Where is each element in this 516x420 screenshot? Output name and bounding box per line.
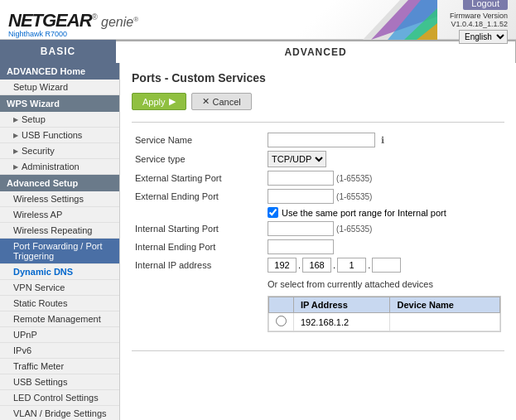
external-starting-port-input[interactable] [268,171,334,186]
device-table-header-row: IP Address Device Name [269,297,500,313]
sidebar-item-wireless-repeating[interactable]: Wireless Repeating [0,223,119,239]
device-radio-cell [269,313,294,331]
sidebar-advanced-home[interactable]: ADVANCED Home [0,63,119,80]
device-table-wrapper: IP Address Device Name 192.168.1.2 [268,296,501,332]
sidebar-item-vlan-bridge[interactable]: VLAN / Bridge Settings [0,406,119,420]
sidebar-item-ipv6[interactable]: IPv6 [0,343,119,359]
service-type-cell: TCP/UDP [264,149,504,169]
service-type-select[interactable]: TCP/UDP [268,151,326,167]
internal-ending-port-row: Internal Ending Port [132,238,504,256]
service-name-cell: ℹ [264,131,504,149]
firmware-label: Firmware Version [450,12,508,20]
sidebar-item-setup-wizard[interactable]: Setup Wizard [0,80,119,95]
sidebar-item-wireless-ap[interactable]: Wireless AP [0,207,119,223]
external-ending-port-label: External Ending Port [132,187,264,205]
sidebar-item-usb-settings[interactable]: USB Settings [0,374,119,390]
use-same-port-cell: Use the same port range for Internal por… [264,205,504,220]
ip-octet-3[interactable] [337,258,366,273]
cancel-label: Cancel [213,97,241,107]
internal-ending-port-label: Internal Ending Port [132,238,264,256]
use-same-port-row: Use the same port range for Internal por… [132,205,504,220]
internal-starting-port-cell: (1-65535) [264,220,504,238]
language-select[interactable]: English [459,30,508,44]
form-table: Service Name ℹ Service type TCP/UDP Exte… [132,131,504,334]
device-name-cell [390,313,500,331]
device-ip-cell: 192.168.1.2 [294,313,390,331]
external-ending-port-row: External Ending Port (1-65535) [132,187,504,205]
table-row: 192.168.1.2 [269,313,500,331]
use-same-port-text: Use the same port range for Internal por… [282,208,446,218]
sidebar-item-static-routes[interactable]: Static Routes [0,296,119,311]
sidebar-item-upnp[interactable]: UPnP [0,327,119,343]
internal-starting-port-row: Internal Starting Port (1-65535) [132,220,504,238]
logo-area: NETGEAR® genie® Nighthawk R7000 [8,10,138,31]
sidebar-item-usb-functions[interactable]: USB Functions [0,128,119,143]
device-table: IP Address Device Name 192.168.1.2 [268,297,500,331]
header-decoration [363,0,437,40]
sidebar-item-administration[interactable]: Administration [0,159,119,175]
external-ending-port-cell: (1-65535) [264,187,504,205]
internal-starting-port-label: Internal Starting Port [132,220,264,238]
ip-octet-2[interactable] [302,258,331,273]
port-hint-1: (1-65535) [336,174,372,183]
sidebar-item-traffic-meter[interactable]: Traffic Meter [0,359,119,374]
internal-ip-cell: . . . [264,256,504,274]
device-table-body: 192.168.1.2 [269,313,500,331]
logo-genie: genie® [101,15,138,29]
ip-octet-1[interactable] [268,258,297,273]
separator-bottom [132,350,504,351]
service-type-label: Service type [132,149,264,169]
cancel-button[interactable]: ✕ Cancel [191,93,252,110]
main-layout: ADVANCED Home Setup Wizard WPS Wizard Se… [0,63,516,420]
sidebar-item-remote-management[interactable]: Remote Management [0,311,119,327]
logo-netgear: NETGEAR® [8,10,97,31]
apply-button[interactable]: Apply ▶ [132,93,186,110]
sidebar-item-port-forwarding[interactable]: Port Forwarding / Port Triggering [0,239,119,264]
device-model: Nighthawk R7000 [8,30,67,38]
service-name-label: Service Name [132,131,264,149]
service-type-row: Service type TCP/UDP [132,149,504,169]
or-select-label-empty [132,274,264,334]
internal-ip-row: Internal IP address . . . [132,256,504,274]
use-same-port-label-container: Use the same port range for Internal por… [268,207,501,218]
content-area: Ports - Custom Services Apply ▶ ✕ Cancel… [120,63,516,420]
external-starting-port-row: External Starting Port (1-65535) [132,169,504,187]
color-triangles [363,0,437,40]
apply-arrow-icon: ▶ [169,96,176,107]
device-radio[interactable] [276,316,287,326]
external-starting-port-cell: (1-65535) [264,169,504,187]
sidebar-item-led-control[interactable]: LED Control Settings [0,390,119,406]
header-right: Logout Firmware Version V1.0.4.18_1.1.52… [450,0,508,44]
sidebar-item-wireless-settings[interactable]: Wireless Settings [0,191,119,207]
logout-button[interactable]: Logout [463,0,508,10]
internal-starting-port-input[interactable] [268,221,334,236]
ip-input-row: . . . [268,258,501,273]
page-title: Ports - Custom Services [132,71,504,84]
info-icon: ℹ [381,135,384,145]
device-table-name-header: Device Name [390,297,500,313]
port-hint-3: (1-65535) [336,224,372,234]
tab-basic[interactable]: BASIC [0,40,116,63]
service-name-input[interactable] [268,133,375,147]
internal-ending-port-cell [264,238,504,256]
ip-octet-4[interactable] [372,258,401,273]
header: NETGEAR® genie® Nighthawk R7000 Logout F… [0,0,516,40]
use-same-port-checkbox[interactable] [268,207,278,218]
apply-label: Apply [142,97,166,107]
action-bar: Apply ▶ ✕ Cancel [132,93,504,110]
sidebar-wps-wizard[interactable]: WPS Wizard [0,95,119,112]
sidebar-advanced-setup-header: Advanced Setup [0,175,119,191]
sidebar: ADVANCED Home Setup Wizard WPS Wizard Se… [0,63,120,420]
firmware-version: V1.0.4.18_1.1.52 [451,20,508,28]
cancel-x-icon: ✕ [202,96,210,107]
nav-tabs: BASIC ADVANCED [0,40,516,63]
sidebar-item-dynamic-dns[interactable]: Dynamic DNS [0,264,119,280]
external-ending-port-input[interactable] [268,189,334,204]
internal-ending-port-input[interactable] [268,239,334,254]
service-name-row: Service Name ℹ [132,131,504,149]
device-table-select-header [269,297,294,313]
sidebar-item-security[interactable]: Security [0,143,119,159]
sidebar-item-vpn-service[interactable]: VPN Service [0,280,119,296]
sidebar-item-setup[interactable]: Setup [0,112,119,128]
external-starting-port-label: External Starting Port [132,169,264,187]
